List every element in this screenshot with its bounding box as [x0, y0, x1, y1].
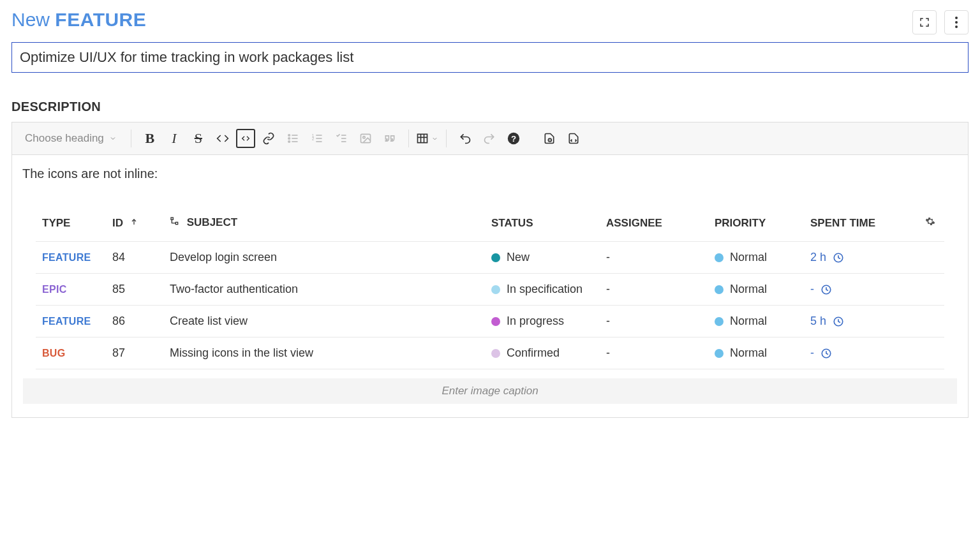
image-button[interactable] [355, 128, 376, 149]
priority-dot-icon [715, 349, 724, 358]
table-row[interactable]: FEATURE86Create list viewIn progress-Nor… [36, 306, 944, 337]
svg-point-2 [288, 138, 290, 140]
table-row[interactable]: FEATURE84Develop login screenNew-Normal2… [36, 242, 944, 274]
title-prefix: New [11, 9, 50, 30]
clock-icon[interactable] [820, 284, 832, 295]
cell-type: FEATURE [36, 306, 106, 337]
description-label: DESCRIPTION [11, 100, 969, 114]
work-packages-table: TYPE ID SUBJECT [36, 207, 944, 369]
preview-button[interactable] [538, 128, 560, 149]
col-priority[interactable]: PRIORITY [708, 207, 804, 242]
gear-icon [925, 216, 935, 226]
cell-spent: - [804, 274, 919, 306]
cell-type: EPIC [36, 274, 106, 306]
code-block-button[interactable] [236, 129, 255, 148]
more-actions-button[interactable] [944, 10, 969, 34]
chevron-down-icon [431, 135, 438, 142]
cell-actions [919, 337, 944, 369]
image-caption-input[interactable]: Enter image caption [23, 378, 957, 404]
col-type[interactable]: TYPE [36, 207, 106, 242]
priority-dot-icon [715, 253, 724, 262]
cell-id[interactable]: 85 [106, 274, 163, 306]
undo-button[interactable] [454, 128, 476, 149]
kebab-icon [955, 17, 958, 28]
bullet-list-button[interactable] [282, 128, 304, 149]
editor-body[interactable]: The icons are not inline: TYPE ID [12, 155, 968, 417]
source-icon [567, 132, 580, 145]
col-assignee[interactable]: ASSIGNEE [600, 207, 708, 242]
clock-icon[interactable] [833, 316, 844, 327]
col-id[interactable]: ID [106, 207, 163, 242]
todo-list-button[interactable] [330, 128, 352, 149]
description-editor: Choose heading B I S 12 [11, 122, 969, 418]
numbered-list-button[interactable]: 12 [306, 128, 328, 149]
cell-priority: Normal [708, 242, 804, 274]
bullet-list-icon [286, 132, 299, 145]
cell-priority: Normal [708, 337, 804, 369]
cell-assignee: - [600, 337, 708, 369]
clock-icon[interactable] [833, 252, 844, 263]
cell-status: In progress [485, 306, 600, 337]
svg-point-4 [288, 141, 290, 143]
cell-priority: Normal [708, 274, 804, 306]
cell-subject: Create list view [163, 306, 485, 337]
svg-rect-25 [171, 218, 173, 219]
cell-spent: 5 h [804, 306, 919, 337]
redo-button[interactable] [479, 128, 500, 149]
cell-assignee: - [600, 242, 708, 274]
redo-icon [483, 132, 496, 145]
svg-rect-16 [418, 134, 427, 142]
help-button[interactable]: ? [503, 128, 524, 149]
cell-id[interactable]: 87 [106, 337, 163, 369]
table-settings[interactable] [919, 207, 944, 242]
numbered-list-icon: 12 [311, 132, 323, 145]
cell-id[interactable]: 86 [106, 306, 163, 337]
bold-button[interactable]: B [139, 128, 161, 149]
chevron-down-icon [109, 135, 117, 142]
strike-icon: S [195, 130, 202, 147]
hierarchy-icon [170, 216, 180, 230]
quote-button[interactable] [379, 128, 401, 149]
cell-type: BUG [36, 337, 106, 369]
priority-dot-icon [715, 317, 724, 326]
link-icon [262, 132, 275, 145]
source-button[interactable] [563, 128, 584, 149]
clock-icon[interactable] [820, 348, 832, 359]
status-dot-icon [491, 317, 500, 326]
table-row[interactable]: BUG87Missing icons in the list viewConfi… [36, 337, 944, 369]
table-button[interactable] [417, 128, 438, 149]
table-row[interactable]: EPIC85Two-factor authenticationIn specif… [36, 274, 944, 306]
cell-status: In specification [485, 274, 600, 306]
svg-point-0 [288, 135, 290, 137]
subject-input[interactable] [11, 42, 969, 73]
code-block-icon [241, 133, 251, 144]
svg-point-15 [363, 137, 365, 138]
link-button[interactable] [258, 128, 279, 149]
strike-button[interactable]: S [188, 128, 209, 149]
cell-spent: 2 h [804, 242, 919, 274]
cell-subject: Develop login screen [163, 242, 485, 274]
svg-text:?: ? [511, 134, 516, 144]
italic-button[interactable]: I [163, 128, 185, 149]
cell-priority: Normal [708, 306, 804, 337]
fullscreen-icon [919, 17, 930, 28]
col-status[interactable]: STATUS [485, 207, 600, 242]
svg-text:2: 2 [311, 137, 314, 141]
code-icon [216, 132, 229, 145]
cell-assignee: - [600, 274, 708, 306]
undo-icon [459, 132, 471, 145]
col-subject[interactable]: SUBJECT [163, 207, 485, 242]
fullscreen-button[interactable] [912, 10, 937, 34]
embedded-image[interactable]: TYPE ID SUBJECT [22, 200, 958, 411]
col-spent[interactable]: SPENT TIME [804, 207, 919, 242]
heading-select[interactable]: Choose heading [19, 130, 123, 147]
image-icon [359, 132, 372, 145]
todo-list-icon [335, 132, 348, 145]
cell-id[interactable]: 84 [106, 242, 163, 274]
title-type: FEATURE [55, 9, 146, 30]
status-dot-icon [491, 285, 500, 294]
table-icon [416, 132, 429, 145]
description-text: The icons are not inline: [22, 167, 958, 181]
inline-code-button[interactable] [212, 128, 234, 149]
status-dot-icon [491, 349, 500, 358]
